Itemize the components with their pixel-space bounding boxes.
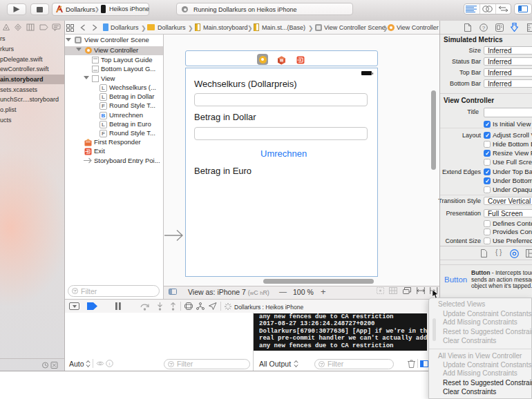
svg-text:?: ? bbox=[482, 25, 486, 31]
svg-text:i: i bbox=[109, 361, 111, 367]
